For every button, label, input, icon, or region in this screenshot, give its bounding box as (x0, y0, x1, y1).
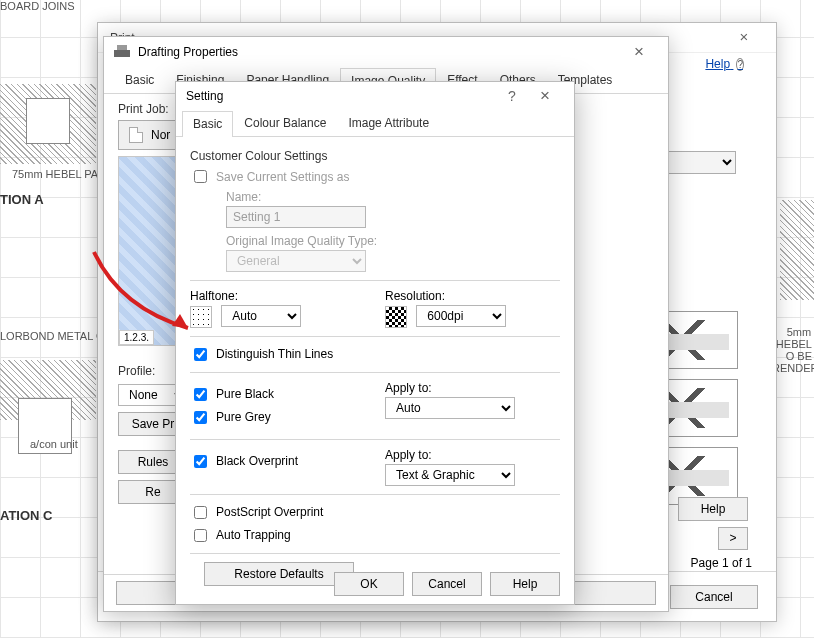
pure-black-checkbox[interactable] (194, 388, 207, 401)
document-icon (129, 127, 143, 143)
resolution-icon (385, 306, 407, 328)
setting-titlebar: Setting ? × (176, 82, 574, 110)
original-type-label: Original Image Quality Type: (226, 234, 560, 248)
print-job-normal-button[interactable]: Nor (118, 120, 181, 150)
resolution-label: Resolution: (385, 289, 560, 303)
bg-section-c: ATION C (0, 508, 52, 523)
pure-grey-checkbox[interactable] (194, 411, 207, 424)
setting-help-button[interactable]: ? (498, 88, 526, 104)
apply-to-label-2: Apply to: (385, 448, 560, 462)
setting-tab-colour-balance[interactable]: Colour Balance (233, 110, 337, 136)
printer-icon (114, 45, 130, 59)
resolution-select[interactable]: 600dpi (416, 305, 506, 327)
postscript-overprint-label: PostScript Overprint (216, 505, 323, 519)
print-help-button[interactable]: Help (678, 497, 748, 521)
name-label: Name: (226, 190, 560, 204)
pure-black-label: Pure Black (216, 387, 274, 401)
customer-colour-group: Customer Colour Settings (190, 149, 560, 163)
original-type-select: General (226, 250, 366, 272)
black-overprint-checkbox[interactable] (194, 455, 207, 468)
page-counter: Page 1 of 1 (691, 556, 752, 570)
help-label: Help (705, 57, 730, 71)
help-link[interactable]: Help ? (705, 57, 744, 71)
save-current-settings-checkbox[interactable] (194, 170, 207, 183)
print-cancel-button[interactable]: Cancel (670, 585, 758, 609)
setting-close-button[interactable]: × (526, 83, 564, 109)
setting-dialog: Setting ? × Basic Colour Balance Image A… (175, 81, 575, 605)
setting-cancel-button[interactable]: Cancel (412, 572, 482, 596)
bg-label-hebel-right: 5mm HEBEL P O BE RENDERE (772, 326, 814, 374)
drafting-title: Drafting Properties (138, 45, 620, 59)
help-icon: ? (736, 58, 744, 71)
apply-black-select[interactable]: Auto (385, 397, 515, 419)
setting-tab-basic[interactable]: Basic (182, 111, 233, 137)
auto-trapping-checkbox[interactable] (194, 529, 207, 542)
setting-footer: OK Cancel Help (176, 564, 574, 604)
halftone-label: Halftone: (190, 289, 365, 303)
normal-label: Nor (151, 128, 170, 142)
setting-title: Setting (186, 89, 498, 103)
setting-ok-button[interactable]: OK (334, 572, 404, 596)
drafting-close-button[interactable]: × (620, 39, 658, 65)
apply-to-label-1: Apply to: (385, 381, 560, 395)
page-next-button[interactable]: > (718, 527, 748, 550)
setting-tabstrip: Basic Colour Balance Image Attribute (176, 110, 574, 137)
bg-label-aircon: a/con unit (30, 438, 78, 450)
distinguish-thin-lines-checkbox[interactable] (194, 348, 207, 361)
postscript-overprint-checkbox[interactable] (194, 506, 207, 519)
setting-help-button2[interactable]: Help (490, 572, 560, 596)
halftone-icon (190, 306, 212, 328)
tab-basic[interactable]: Basic (114, 67, 165, 93)
print-job-label: Print Job: (118, 102, 169, 116)
bg-section-a: TION A (0, 192, 44, 207)
halftone-select[interactable]: Auto (221, 305, 301, 327)
distinguish-thin-lines-label: Distinguish Thin Lines (216, 347, 333, 361)
pure-grey-label: Pure Grey (216, 410, 271, 424)
bg-window (26, 98, 70, 144)
bg-hatch-right (780, 200, 814, 300)
bg-label-board: BOARD JOINS (0, 0, 75, 12)
setting-tab-image-attribute[interactable]: Image Attribute (337, 110, 440, 136)
save-current-settings-label: Save Current Settings as (216, 170, 349, 184)
black-overprint-label: Black Overprint (216, 454, 298, 468)
numbering-chip: 1.2.3. (119, 330, 154, 345)
print-close-button[interactable]: × (724, 28, 764, 48)
profile-label: Profile: (118, 364, 155, 378)
apply-overprint-select[interactable]: Text & Graphic (385, 464, 515, 486)
setting-name-input (226, 206, 366, 228)
setting-body: Customer Colour Settings Save Current Se… (176, 137, 574, 598)
auto-trapping-label: Auto Trapping (216, 528, 291, 542)
drafting-titlebar: Drafting Properties × (104, 37, 668, 67)
